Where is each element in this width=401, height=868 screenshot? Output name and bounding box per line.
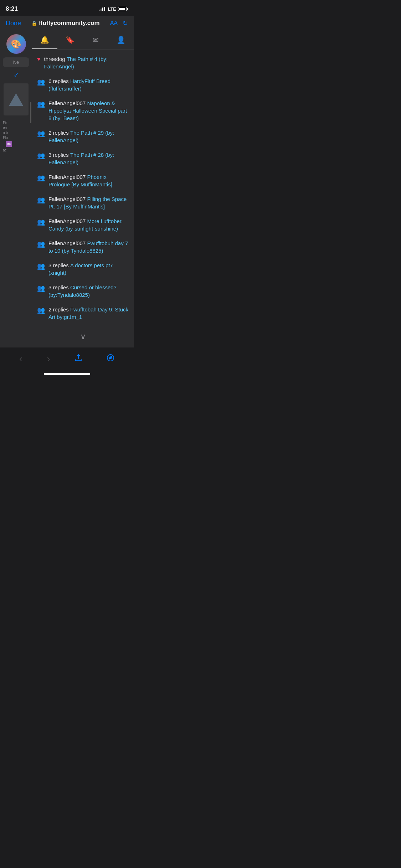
tab-messages[interactable]: ✉	[83, 31, 108, 49]
group-icon: 👥	[37, 100, 45, 108]
list-item: ♥ threedog The Path # 4 (by: FallenAngel…	[32, 52, 134, 74]
group-icon: 👥	[37, 262, 45, 270]
notif-user: threedog	[44, 56, 67, 62]
avatar: 🎨	[6, 34, 26, 54]
battery-icon	[118, 7, 128, 11]
group-icon: 👥	[37, 196, 45, 204]
notif-user: 3 replies	[48, 284, 70, 290]
home-bar	[44, 373, 90, 375]
browser-url-area: 🔒 fluffycommunity.com	[31, 20, 100, 27]
font-size-button[interactable]: AA	[110, 20, 118, 26]
notif-user: FallenAngel007	[48, 100, 87, 106]
signal-bars-icon	[99, 7, 105, 11]
list-item: 👥 2 replies Fwufftobah Day 9: Stuck Art …	[32, 302, 134, 324]
forward-button[interactable]: ›	[43, 352, 53, 366]
group-icon: 👥	[37, 152, 45, 160]
chevron-down-icon: ∨	[80, 332, 86, 341]
search-box: Ne	[3, 57, 29, 67]
notif-user: 3 replies	[48, 152, 70, 158]
user-icon: 👤	[117, 36, 125, 44]
lock-icon: 🔒	[31, 21, 37, 26]
notif-user: 2 replies	[48, 130, 70, 136]
status-bar: 8:21 LTE	[0, 0, 134, 16]
sidebar-badge: Im	[6, 141, 12, 147]
notification-list: ♥ threedog The Path # 4 (by: FallenAngel…	[32, 50, 134, 326]
content-area: 🎨 Ne ✓ Firena bFlu Im ac 🔔 🔖 ✉ 👤	[0, 31, 134, 347]
status-icons: LTE	[99, 6, 128, 12]
heart-icon: ♥	[37, 56, 41, 62]
svg-marker-1	[109, 356, 112, 359]
group-icon: 👥	[37, 174, 45, 182]
list-item: 👥 FallenAngel007 Napoleon & Hippolyta Ha…	[32, 96, 134, 125]
browser-url[interactable]: fluffycommunity.com	[39, 20, 100, 27]
compass-button[interactable]	[103, 352, 118, 365]
group-icon: 👥	[37, 284, 45, 292]
notification-panel: 🔔 🔖 ✉ 👤 ♥ threedog The Path # 4 (by: Fal…	[32, 31, 134, 347]
list-item: 👥 3 replies The Path # 28 (by: FallenAng…	[32, 148, 134, 170]
done-button[interactable]: Done	[6, 20, 21, 27]
lte-label: LTE	[108, 6, 116, 12]
group-icon: 👥	[37, 78, 45, 86]
bottom-toolbar: ‹ ›	[0, 347, 134, 370]
notif-user: 6 replies	[48, 78, 70, 84]
notif-user: FallenAngel007	[48, 196, 87, 202]
mail-icon: ✉	[93, 36, 99, 44]
tab-notifications[interactable]: 🔔	[32, 31, 57, 49]
list-item: 👥 FallenAngel007 Fwufftobuh day 7 to 10 …	[32, 236, 134, 258]
group-icon: 👥	[37, 218, 45, 226]
sidebar-text: Firena bFlu Im ac	[0, 118, 32, 155]
home-indicator	[0, 370, 134, 377]
content-image	[4, 83, 29, 115]
list-item: 👥 FallenAngel007 More flufftober. Candy …	[32, 214, 134, 236]
back-button[interactable]: ‹	[16, 352, 26, 366]
notif-user: FallenAngel007	[48, 174, 87, 180]
bookmark-icon: 🔖	[66, 36, 74, 44]
list-item: 👥 2 replies The Path # 29 (by: FallenAng…	[32, 125, 134, 148]
list-item: 👥 3 replies A doctors pets pt7 (xnight)	[32, 258, 134, 280]
check-icon: ✓	[0, 71, 32, 79]
list-item: 👥 3 replies Cursed or blessed? (by:Tynda…	[32, 280, 134, 302]
group-icon: 👥	[37, 306, 45, 314]
share-button[interactable]	[71, 352, 86, 365]
notif-user: 2 replies	[48, 306, 70, 312]
notif-user: 3 replies	[48, 262, 70, 268]
browser-controls: AA ↻	[110, 19, 128, 27]
scrollbar[interactable]	[30, 102, 31, 123]
group-icon: 👥	[37, 130, 45, 138]
tab-bookmarks[interactable]: 🔖	[57, 31, 83, 49]
list-item: 👥 FallenAngel007 Phoenix Prologue [By Mu…	[32, 170, 134, 192]
notif-user: FallenAngel007	[48, 240, 87, 246]
group-icon: 👥	[37, 240, 45, 248]
refresh-button[interactable]: ↻	[123, 19, 128, 27]
list-item: 👥 6 replies HardyFluff Breed (fluffersnu…	[32, 74, 134, 96]
load-more-button[interactable]: ∨	[32, 326, 134, 347]
sidebar-strip: 🎨 Ne ✓ Firena bFlu Im ac	[0, 31, 32, 347]
list-item: 👥 FallenAngel007 Filling the Space Pt. 1…	[32, 192, 134, 214]
status-time: 8:21	[6, 5, 18, 12]
tab-bar: 🔔 🔖 ✉ 👤	[32, 31, 134, 50]
notif-user: FallenAngel007	[48, 218, 87, 224]
browser-bar: Done 🔒 fluffycommunity.com AA ↻	[0, 16, 134, 31]
bell-icon: 🔔	[40, 36, 49, 44]
tab-profile[interactable]: 👤	[108, 31, 134, 49]
